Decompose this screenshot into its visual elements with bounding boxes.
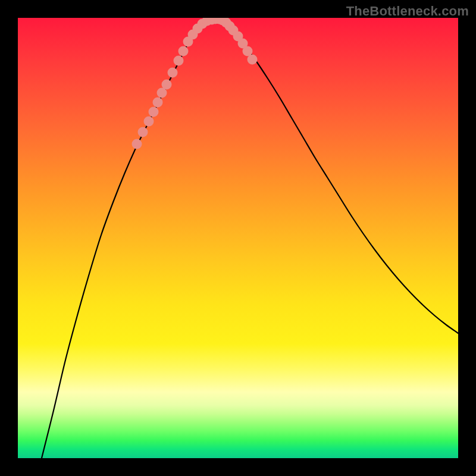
- marker-dot: [144, 117, 154, 127]
- marker-dot: [248, 55, 258, 65]
- highlighted-points: [132, 18, 258, 149]
- marker-dot: [174, 56, 184, 66]
- curve-layer: [18, 18, 458, 458]
- marker-dot: [178, 46, 189, 57]
- marker-dot: [132, 139, 142, 149]
- plot-area: [18, 18, 458, 458]
- chart-frame: TheBottleneck.com: [0, 0, 476, 476]
- marker-dot: [149, 107, 159, 117]
- watermark-text: TheBottleneck.com: [346, 4, 469, 19]
- marker-dot: [168, 68, 178, 78]
- bottleneck-curve: [42, 19, 458, 458]
- marker-dot: [162, 80, 172, 90]
- marker-dot: [153, 98, 163, 108]
- marker-dot: [138, 127, 148, 137]
